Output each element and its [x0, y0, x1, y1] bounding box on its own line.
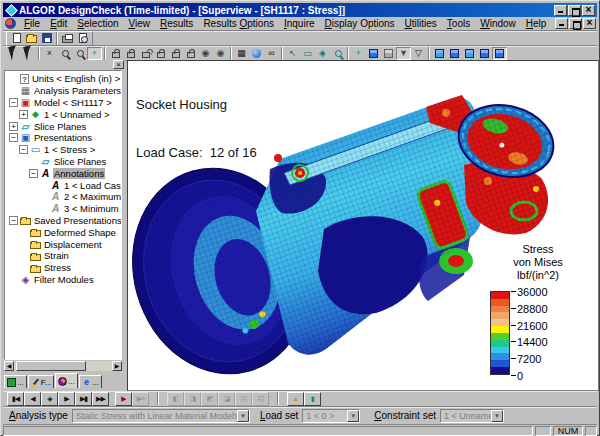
menu-window[interactable]: Window: [475, 17, 521, 30]
select-box-button[interactable]: [21, 47, 36, 60]
tree-item[interactable]: +▱Slice Planes: [5, 120, 121, 132]
tree-item[interactable]: −▣Presentations: [5, 132, 121, 144]
tab-results[interactable]: ...: [55, 373, 78, 388]
tree-item-label[interactable]: Model < SH1117 >: [33, 97, 113, 108]
menu-results[interactable]: Results: [155, 17, 198, 30]
tree-item-label[interactable]: Analysis Parameters: [33, 85, 122, 96]
tree-item-label[interactable]: 1 < Load Case >: [63, 180, 122, 191]
solid-cube-button[interactable]: [366, 47, 381, 60]
collapse-icon[interactable]: −: [29, 169, 38, 178]
print-button[interactable]: [60, 32, 75, 45]
tree-item[interactable]: Displacement: [5, 238, 121, 250]
tree-item-label[interactable]: 1 < Stress >: [43, 144, 96, 155]
filter-button[interactable]: ▽: [411, 47, 426, 60]
load-case-tool-6-button[interactable]: ◱: [252, 392, 269, 406]
chevron-down-icon[interactable]: ▼: [237, 410, 249, 422]
tree-item-label[interactable]: Slice Planes: [33, 121, 87, 132]
results-viewport[interactable]: Socket Housing Load Case: 12 of 16 Stres…: [127, 60, 599, 391]
collapse-icon[interactable]: −: [9, 133, 18, 142]
chevron-down-icon[interactable]: ▼: [491, 410, 503, 422]
menu-help[interactable]: Help: [521, 17, 552, 30]
next-frame-button[interactable]: ▶: [58, 392, 75, 406]
open-file-button[interactable]: [24, 32, 39, 45]
tree-item-label[interactable]: Strain: [43, 250, 70, 261]
tree-item[interactable]: Deformed Shape: [5, 226, 121, 238]
add-button[interactable]: +: [351, 47, 366, 60]
tab-fea-editor[interactable]: F...: [28, 375, 55, 388]
expand-icon[interactable]: +: [9, 122, 18, 131]
lock-group-button[interactable]: [183, 47, 198, 60]
tree-item[interactable]: A1 < Load Case >: [5, 179, 121, 191]
tree-item-label[interactable]: Stress: [43, 262, 72, 273]
scroll-right-icon[interactable]: ▶: [112, 361, 122, 371]
save-file-button[interactable]: [39, 32, 54, 45]
tree-item[interactable]: ▱Slice Planes: [5, 156, 121, 168]
first-frame-button[interactable]: ▮◀: [7, 392, 24, 406]
find-button[interactable]: ∞: [264, 47, 279, 60]
tree-item[interactable]: ?Units < English (in) >: [5, 73, 121, 85]
gray-cube-button[interactable]: [381, 47, 396, 60]
tree-item[interactable]: +◆1 < Unnamed >: [5, 108, 121, 120]
zoom-button[interactable]: [330, 47, 345, 60]
analysis-type-dropdown[interactable]: Static Stress with Linear Material Model…: [72, 409, 250, 423]
menu-inquire[interactable]: Inquire: [279, 17, 320, 30]
select-part-button[interactable]: [72, 47, 87, 60]
scrollbar-thumb[interactable]: [16, 361, 86, 371]
lock-edge-button[interactable]: [123, 47, 138, 60]
tree-item[interactable]: A2 < Maximum Re: [5, 191, 121, 203]
tree-item[interactable]: −▭1 < Stress >: [5, 144, 121, 156]
visibility-all-button[interactable]: ◉: [213, 47, 228, 60]
zoom-window-button[interactable]: ▭: [300, 47, 315, 60]
menu-display-options[interactable]: Display Options: [320, 17, 400, 30]
tree-item[interactable]: ▦Analysis Parameters: [5, 85, 121, 97]
restore-button[interactable]: [568, 5, 581, 16]
load-case-tool-5-button[interactable]: ◰: [235, 392, 252, 406]
view-front-button[interactable]: [447, 47, 462, 60]
lock-part-button[interactable]: [153, 47, 168, 60]
previous-frame-button[interactable]: ◀: [24, 392, 41, 406]
load-case-tool-4-button[interactable]: ◪: [218, 392, 235, 406]
seek-frame-button[interactable]: ◈: [41, 392, 58, 406]
view-iso-button[interactable]: [432, 47, 447, 60]
constraint-set-dropdown[interactable]: 1 < Unnamed > ▼: [440, 409, 504, 423]
tree-item[interactable]: −AAnnotations: [5, 167, 121, 179]
select-query-button[interactable]: [6, 47, 21, 60]
scroll-left-icon[interactable]: ◀: [4, 361, 14, 371]
new-file-button[interactable]: [9, 32, 24, 45]
zoom-select-button[interactable]: [57, 47, 72, 60]
load-case-tool-1-button[interactable]: ◧: [167, 392, 184, 406]
tree-item[interactable]: Strain: [5, 250, 121, 262]
load-case-tool-3-button[interactable]: ◩: [201, 392, 218, 406]
tree-item[interactable]: Stress: [5, 262, 121, 274]
print-preview-button[interactable]: [75, 32, 90, 45]
tree-item-label[interactable]: Slice Planes: [53, 156, 107, 167]
tree-item-label[interactable]: Presentations: [33, 132, 93, 143]
step-end-button[interactable]: ▶▶: [92, 392, 109, 406]
tree-horizontal-scrollbar[interactable]: ◀ ▶: [4, 361, 122, 371]
view-custom-button[interactable]: [492, 47, 507, 60]
unlock-button[interactable]: [138, 47, 153, 60]
lock-surface-button[interactable]: [108, 47, 123, 60]
mesh-view-button[interactable]: ▦: [234, 47, 249, 60]
tree-item-label[interactable]: Filter Modules: [33, 274, 95, 285]
load-case-tool-2-button[interactable]: ◨: [184, 392, 201, 406]
document-icon[interactable]: [5, 18, 16, 29]
menu-results-options[interactable]: Results Options: [198, 17, 279, 30]
tree-item[interactable]: −Saved Presentations: [5, 215, 121, 227]
lock-layer-button[interactable]: [168, 47, 183, 60]
view-top-button[interactable]: [477, 47, 492, 60]
menu-selection[interactable]: Selection: [72, 17, 123, 30]
zoom-extents-button[interactable]: ◈: [315, 47, 330, 60]
filter-active-button[interactable]: ▼: [396, 47, 411, 60]
tab-model[interactable]: ...: [4, 375, 27, 388]
tree-item-label[interactable]: Units < English (in) >: [31, 73, 121, 84]
menu-view[interactable]: View: [124, 17, 156, 30]
menu-edit[interactable]: Edit: [45, 17, 72, 30]
tree-item[interactable]: −▣Model < SH1117 >: [5, 97, 121, 109]
tree-pane-grab-bar[interactable]: ×: [3, 60, 125, 70]
collapse-icon[interactable]: −: [9, 216, 18, 225]
close-button[interactable]: [582, 5, 595, 16]
tree-item[interactable]: ◈Filter Modules: [5, 274, 121, 286]
tree-item-label[interactable]: 3 < Minimum Re: [63, 203, 122, 214]
expand-icon[interactable]: +: [19, 110, 28, 119]
